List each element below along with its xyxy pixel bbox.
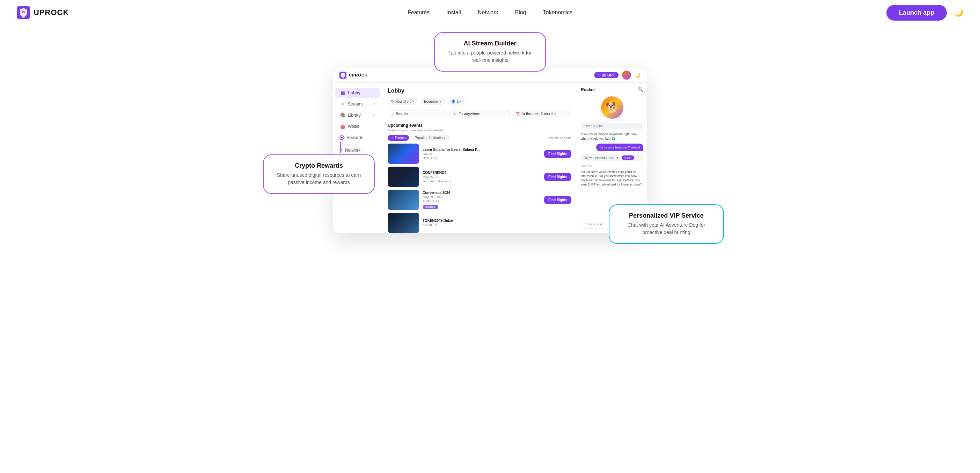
- search-filters: ↻ Round trip ▾ Economy ▾ 👤 1 ▾: [388, 98, 571, 105]
- event-name-0: Learn Solana for free at Solana F...: [423, 148, 541, 151]
- event-img-conf: [388, 167, 419, 187]
- sidebar-item-wallet[interactable]: 👛 Wallet: [335, 121, 380, 132]
- callout-vip: Personalized VIP Service Chat with your …: [609, 204, 724, 244]
- app-topbar-logo: UPROCK: [339, 72, 368, 79]
- main-content: AI Stream Builder Tap into a people-powe…: [0, 25, 980, 261]
- callout-ai-title: AI Stream Builder: [445, 40, 535, 47]
- app-logo-small-icon: [339, 72, 347, 79]
- nav-link-features[interactable]: Features: [407, 10, 430, 16]
- event-name-3: TOKEN2049 Dubai: [423, 219, 571, 223]
- event-info-token2049: TOKEN2049 Dubai Apr 18 - 19: [423, 219, 571, 228]
- callout-crypto-title: Crypto Rewards: [274, 162, 364, 169]
- find-flights-btn-1[interactable]: Find flights: [544, 173, 571, 181]
- app-dark-mode-icon[interactable]: 🌙: [635, 72, 641, 78]
- screenshot-wrapper: AI Stream Builder Tap into a people-powe…: [333, 36, 647, 233]
- sidebar-item-network[interactable]: Network: [335, 145, 380, 156]
- event-card-solana: Learn Solana for free at Solana F... Jan…: [388, 143, 571, 164]
- events-tabs: ✓ Events Popular destinations Last minut…: [388, 135, 571, 141]
- navbar: UPROCK Features Install Network Blog Tok…: [0, 0, 980, 25]
- library-arrow-icon: ▾: [373, 113, 375, 117]
- streams-icon: ≡: [340, 102, 345, 107]
- sidebar-item-library[interactable]: 📚 Library ▾: [335, 110, 380, 121]
- event-location-1: Dortmund, Germany: [423, 180, 541, 183]
- chat-header: Rocket 🔍: [581, 87, 643, 92]
- wallet-icon: 👛: [340, 124, 345, 129]
- app-main-panel: Lobby ↻ Round trip ▾ Economy ▾: [382, 83, 577, 233]
- event-date-3: Apr 18 - 19: [423, 223, 571, 227]
- find-flights-btn-0[interactable]: Find flights: [544, 150, 571, 158]
- search-bar: ○ Seattle ◎ To anywhere 📅 In the next 3 …: [388, 109, 571, 118]
- upt-badge: ⬡ 20 UPT: [594, 72, 619, 78]
- find-flights-btn-2[interactable]: Find flights: [544, 196, 571, 204]
- search-date-input[interactable]: 📅 In the next 3 months: [512, 109, 571, 118]
- from-icon: ○: [391, 112, 394, 116]
- library-icon: 📚: [340, 113, 345, 118]
- app-topbar-right: ⬡ 20 UPT 🌙: [594, 70, 641, 80]
- ai-avatar: 🐕: [601, 96, 624, 119]
- filter-economy[interactable]: Economy ▾: [420, 98, 445, 105]
- nav-link-install[interactable]: Install: [446, 10, 461, 16]
- nav-link-tokenomics[interactable]: Tokenomics: [543, 10, 573, 16]
- airdrop-badge: Airdrop: [423, 205, 438, 209]
- chat-search-icon[interactable]: 🔍: [638, 87, 643, 92]
- to-icon: ◎: [453, 112, 457, 116]
- app-frame: UPROCK ⬡ 20 UPT 🌙 ▦ Lobby: [333, 67, 647, 233]
- filter-round-trip[interactable]: ↻ Round trip ▾: [388, 98, 418, 105]
- callout-ai-desc: Tap into a people-powered network for re…: [445, 49, 535, 64]
- event-img-solana: [388, 143, 419, 164]
- lobby-icon: ▦: [340, 91, 345, 96]
- callout-crypto: Crypto Rewards Share unused digital reso…: [263, 154, 375, 194]
- event-name-1: CONF3RENCE: [423, 171, 541, 175]
- event-location-0: NYC, USA: [423, 156, 541, 160]
- nav-link-blog[interactable]: Blog: [515, 10, 526, 16]
- chat-ai-message: I found some web3 events I think you'd b…: [581, 170, 643, 187]
- launch-app-button[interactable]: Launch app: [886, 5, 947, 21]
- date-icon: 📅: [515, 112, 520, 116]
- events-section-title: Upcoming events: [388, 123, 571, 128]
- events-section: Upcoming events Based on your travel goa…: [388, 123, 571, 233]
- nav-logo: UPROCK: [17, 6, 69, 19]
- chat-timestamp: Just now: [581, 164, 643, 167]
- nav-right: Launch app 🌙: [886, 5, 963, 21]
- tab-destinations[interactable]: Popular destinations: [411, 135, 450, 141]
- round-trip-arrow-icon: ▾: [413, 100, 414, 103]
- event-info-solana: Learn Solana for free at Solana F... Jan…: [423, 148, 541, 160]
- lobby-title: Lobby: [388, 88, 571, 94]
- nav-links: Features Install Network Blog Tokenomics: [407, 10, 573, 16]
- event-card-conf: CONF3RENCE May 15 - 16 Dortmund, Germany…: [388, 167, 571, 187]
- event-info-conf: CONF3RENCE May 15 - 16 Dortmund, Germany: [423, 171, 541, 183]
- callout-ai-stream: AI Stream Builder Tap into a people-powe…: [434, 32, 546, 72]
- events-tabs-left: ✓ Events Popular destinations: [388, 135, 450, 141]
- last-minute-deals: Last minute deals: [547, 136, 571, 140]
- sidebar-item-rewards[interactable]: Rewards: [335, 132, 380, 143]
- callout-vip-desc: Chat with your AI Adventure Dog for proa…: [619, 221, 714, 236]
- sidebar-item-streams[interactable]: ≡ Streams ▾: [335, 99, 380, 109]
- event-location-2: Austin, USA: [423, 199, 541, 203]
- earn-badge: Earn 10 SUPT: [581, 123, 643, 129]
- event-card-token2049: TOKEN2049 Dubai Apr 18 - 19: [388, 213, 571, 233]
- upt-icon: ⬡: [598, 73, 600, 77]
- claim-button[interactable]: Claim: [622, 156, 634, 160]
- event-card-consensus: Consensus 2024 May 29 - Jun 1 Austin, US…: [388, 190, 571, 210]
- chat-reward-badge: 🎉 You earned 10 SUPT! Claim: [581, 154, 643, 161]
- uprock-logo-icon: [17, 6, 30, 19]
- sidebar-item-lobby[interactable]: ▦ Lobby: [335, 88, 380, 98]
- passengers-arrow-icon: ▾: [460, 100, 461, 103]
- search-to-input[interactable]: ◎ To anywhere: [450, 109, 509, 118]
- chat-question: If you could teleport anywhere right now…: [581, 132, 643, 141]
- search-from-input[interactable]: ○ Seattle: [388, 109, 447, 118]
- streams-arrow-icon: ▾: [373, 102, 375, 106]
- filter-passengers[interactable]: 👤 1 ▾: [448, 98, 465, 105]
- app-avatar: [622, 70, 631, 80]
- event-img-consensus: [388, 190, 419, 210]
- chat-title: Rocket: [581, 88, 595, 92]
- callout-crypto-desc: Share unused digital resources to earn p…: [274, 172, 364, 186]
- rewards-dot-icon: [340, 136, 344, 139]
- event-date-0: Jan 20: [423, 152, 541, 156]
- event-img-token2049: [388, 213, 419, 233]
- app-body: ▦ Lobby ≡ Streams ▾ 📚 Library ▾ 👛: [333, 83, 647, 233]
- dark-mode-icon[interactable]: 🌙: [954, 8, 963, 17]
- callout-vip-title: Personalized VIP Service: [619, 212, 714, 220]
- nav-link-network[interactable]: Network: [478, 10, 498, 16]
- tab-events[interactable]: ✓ Events: [388, 135, 409, 141]
